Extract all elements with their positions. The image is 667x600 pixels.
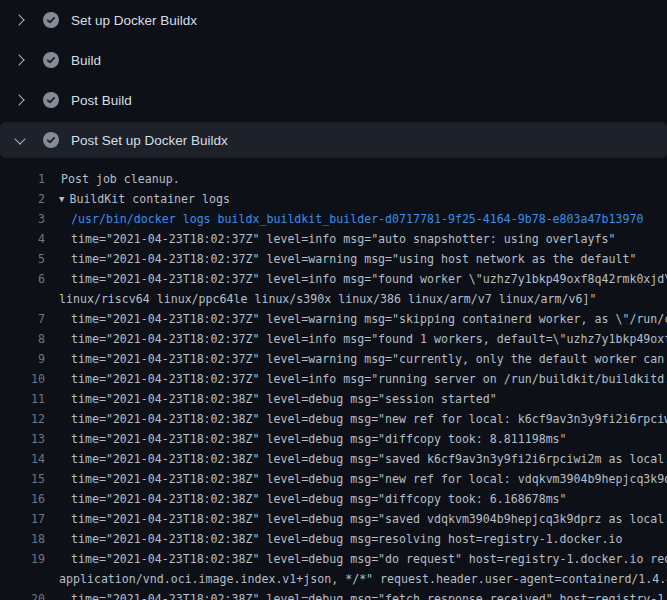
log-text: time="2021-04-23T18:02:38Z" level=debug … xyxy=(45,389,667,409)
log-line: application/vnd.oci.image.index.v1+json,… xyxy=(0,569,667,589)
log-line: 3/usr/bin/docker logs buildx_buildkit_bu… xyxy=(0,209,667,229)
log-text: time="2021-04-23T18:02:38Z" level=debug … xyxy=(45,429,667,449)
line-number[interactable]: 13 xyxy=(0,429,45,449)
step-label: Build xyxy=(71,53,101,68)
log-text: Post job cleanup. xyxy=(45,169,667,189)
log-group-toggle[interactable]: ▼BuildKit container logs xyxy=(45,189,667,209)
log-line: 14time="2021-04-23T18:02:38Z" level=debu… xyxy=(0,449,667,469)
log-line: 18time="2021-04-23T18:02:38Z" level=debu… xyxy=(0,529,667,549)
line-number[interactable]: 15 xyxy=(0,469,45,489)
step-label: Post Set up Docker Buildx xyxy=(71,133,228,148)
line-number[interactable]: 14 xyxy=(0,449,45,469)
line-number[interactable]: 20 xyxy=(0,589,45,600)
line-number[interactable]: 5 xyxy=(0,249,45,269)
log-line: 10time="2021-04-23T18:02:37Z" level=info… xyxy=(0,369,667,389)
log-text: time="2021-04-23T18:02:38Z" level=debug … xyxy=(45,489,667,509)
check-circle-icon xyxy=(43,132,59,148)
line-number[interactable]: 2 xyxy=(0,189,45,209)
line-number[interactable]: 17 xyxy=(0,509,45,529)
log-text: time="2021-04-23T18:02:38Z" level=debug … xyxy=(45,409,667,429)
log-text: time="2021-04-23T18:02:37Z" level=info m… xyxy=(45,229,667,249)
log-line: linux/riscv64 linux/ppc64le linux/s390x … xyxy=(0,289,667,309)
log-line: 16time="2021-04-23T18:02:38Z" level=debu… xyxy=(0,489,667,509)
group-expand-triangle-icon: ▼ xyxy=(59,189,64,209)
log-line: 4time="2021-04-23T18:02:37Z" level=info … xyxy=(0,229,667,249)
check-circle-icon xyxy=(43,12,59,28)
check-circle-icon xyxy=(43,52,59,68)
log-text: time="2021-04-23T18:02:37Z" level=warnin… xyxy=(45,309,667,329)
log-text: time="2021-04-23T18:02:38Z" level=debug … xyxy=(45,449,667,469)
log-text: time="2021-04-23T18:02:38Z" level=debug … xyxy=(45,589,667,600)
log-text: time="2021-04-23T18:02:37Z" level=info m… xyxy=(45,369,667,389)
step-label: Set up Docker Buildx xyxy=(71,13,197,28)
log-text: time="2021-04-23T18:02:37Z" level=warnin… xyxy=(45,349,667,369)
log-line: 8time="2021-04-23T18:02:37Z" level=info … xyxy=(0,329,667,349)
log-command-text: /usr/bin/docker logs buildx_buildkit_bui… xyxy=(45,209,667,229)
line-number[interactable]: 9 xyxy=(0,349,45,369)
log-line: 7time="2021-04-23T18:02:37Z" level=warni… xyxy=(0,309,667,329)
chevron-right-icon xyxy=(12,52,28,68)
line-number[interactable]: 16 xyxy=(0,489,45,509)
step-header-post-setup-docker-buildx[interactable]: Post Set up Docker Buildx xyxy=(0,122,667,158)
step-header-setup-docker-buildx[interactable]: Set up Docker Buildx xyxy=(0,0,667,40)
log-line: 9time="2021-04-23T18:02:37Z" level=warni… xyxy=(0,349,667,369)
line-number xyxy=(0,569,45,589)
line-number[interactable]: 4 xyxy=(0,229,45,249)
step-header-build[interactable]: Build xyxy=(0,40,667,80)
line-number[interactable]: 6 xyxy=(0,269,45,289)
chevron-right-icon xyxy=(12,12,28,28)
log-line: 2▼BuildKit container logs xyxy=(0,189,667,209)
log-line: 15time="2021-04-23T18:02:38Z" level=debu… xyxy=(0,469,667,489)
log-line: 1Post job cleanup. xyxy=(0,169,667,189)
line-number[interactable]: 7 xyxy=(0,309,45,329)
line-number[interactable]: 12 xyxy=(0,409,45,429)
log-viewer: 1Post job cleanup.2▼BuildKit container l… xyxy=(0,160,667,600)
line-number[interactable]: 1 xyxy=(0,169,45,189)
log-line: 11time="2021-04-23T18:02:38Z" level=debu… xyxy=(0,389,667,409)
log-line: 19time="2021-04-23T18:02:38Z" level=debu… xyxy=(0,549,667,569)
line-number xyxy=(0,289,45,309)
log-line: 6time="2021-04-23T18:02:37Z" level=info … xyxy=(0,269,667,289)
line-number[interactable]: 10 xyxy=(0,369,45,389)
log-line: 17time="2021-04-23T18:02:38Z" level=debu… xyxy=(0,509,667,529)
log-text: time="2021-04-23T18:02:38Z" level=debug … xyxy=(45,509,667,529)
log-line: 5time="2021-04-23T18:02:37Z" level=warni… xyxy=(0,249,667,269)
check-circle-icon xyxy=(43,92,59,108)
log-text: linux/riscv64 linux/ppc64le linux/s390x … xyxy=(45,289,667,309)
log-line: 12time="2021-04-23T18:02:38Z" level=debu… xyxy=(0,409,667,429)
step-list: Set up Docker Buildx Build Post Build Po… xyxy=(0,0,667,158)
chevron-down-icon xyxy=(12,132,28,148)
log-text: time="2021-04-23T18:02:38Z" level=debug … xyxy=(45,529,667,549)
log-line: 13time="2021-04-23T18:02:38Z" level=debu… xyxy=(0,429,667,449)
log-text: time="2021-04-23T18:02:37Z" level=info m… xyxy=(45,329,667,349)
line-number[interactable]: 3 xyxy=(0,209,45,229)
step-header-post-build[interactable]: Post Build xyxy=(0,80,667,120)
line-number[interactable]: 8 xyxy=(0,329,45,349)
line-number[interactable]: 19 xyxy=(0,549,45,569)
line-number[interactable]: 18 xyxy=(0,529,45,549)
line-number[interactable]: 11 xyxy=(0,389,45,409)
log-text: time="2021-04-23T18:02:37Z" level=info m… xyxy=(45,269,667,289)
step-label: Post Build xyxy=(71,93,132,108)
log-text: application/vnd.oci.image.index.v1+json,… xyxy=(45,569,667,589)
log-line: 20time="2021-04-23T18:02:38Z" level=debu… xyxy=(0,589,667,600)
log-text: time="2021-04-23T18:02:37Z" level=warnin… xyxy=(45,249,667,269)
chevron-right-icon xyxy=(12,92,28,108)
log-text: time="2021-04-23T18:02:38Z" level=debug … xyxy=(45,469,667,489)
log-text: time="2021-04-23T18:02:38Z" level=debug … xyxy=(45,549,667,569)
